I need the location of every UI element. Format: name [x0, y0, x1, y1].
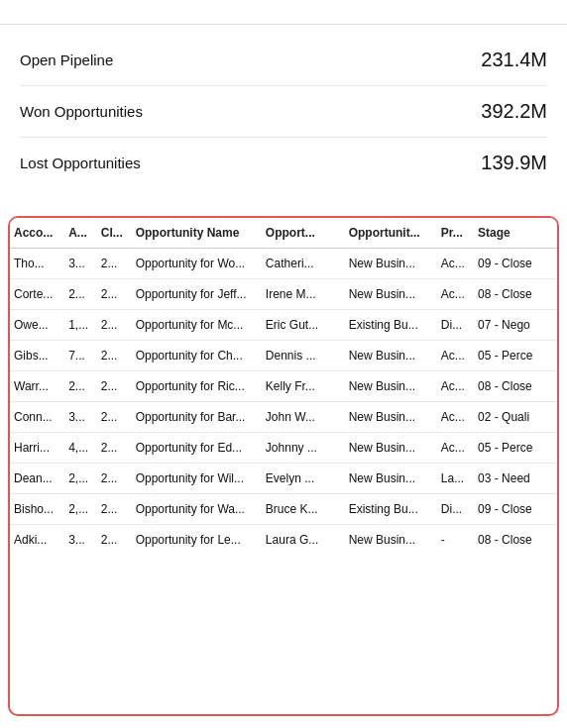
table-row[interactable]: Gibs...7...2...Opportunity for Ch...Denn… — [10, 341, 557, 371]
table-row[interactable]: Warr...2...2...Opportunity for Ric...Kel… — [10, 371, 557, 402]
cell-cl: 2... — [97, 464, 132, 494]
col-header-opport: Opport... — [262, 218, 345, 249]
cell-a: 4,... — [64, 433, 97, 464]
table-row[interactable]: Conn...3...2...Opportunity for Bar...Joh… — [10, 402, 557, 433]
cell-oppname: Opportunity for Mc... — [132, 310, 262, 341]
cell-stage: 08 - Close — [474, 371, 557, 402]
cell-opport: Bruce K... — [262, 494, 345, 525]
app-container: Open Pipeline231.4MWon Opportunities392.… — [0, 0, 567, 728]
cell-opport: John W... — [262, 402, 345, 433]
table-row[interactable]: Adki...3...2...Opportunity for Le...Laur… — [10, 525, 557, 556]
cell-a: 2,... — [64, 464, 97, 494]
cell-cl: 2... — [97, 371, 132, 402]
cell-oppname: Opportunity for Wa... — [132, 494, 262, 525]
col-header-cl: Cl... — [97, 218, 132, 249]
cell-opportun: New Busin... — [345, 341, 437, 371]
cell-oppname: Opportunity for Jeff... — [132, 279, 262, 310]
cell-acco: Dean... — [10, 464, 64, 494]
cell-acco: Adki... — [10, 525, 64, 556]
cell-opport: Laura G... — [262, 525, 345, 556]
col-header-oppname: Opportunity Name — [132, 218, 262, 249]
cell-acco: Warr... — [10, 371, 64, 402]
cell-oppname: Opportunity for Wil... — [132, 464, 262, 494]
cell-pr: Ac... — [437, 279, 474, 310]
cell-pr: Ac... — [437, 371, 474, 402]
metric-value: 231.4M — [481, 49, 547, 71]
cell-acco: Conn... — [10, 402, 64, 433]
cell-opportun: New Busin... — [345, 464, 437, 494]
cell-cl: 2... — [97, 525, 132, 556]
opportunities-table: Acco...A...Cl...Opportunity NameOpport..… — [10, 218, 557, 555]
cell-opport: Johnny ... — [262, 433, 345, 464]
cell-a: 2... — [64, 371, 97, 402]
cell-pr: La... — [437, 464, 474, 494]
cell-a: 3... — [64, 402, 97, 433]
page-title — [0, 0, 567, 25]
cell-pr: Di... — [437, 494, 474, 525]
cell-oppname: Opportunity for Bar... — [132, 402, 262, 433]
table-row[interactable]: Owe...1,...2...Opportunity for Mc...Eric… — [10, 310, 557, 341]
cell-oppname: Opportunity for Ch... — [132, 341, 262, 371]
metric-row: Won Opportunities392.2M — [20, 86, 547, 138]
col-header-pr: Pr... — [437, 218, 474, 249]
table-body: Tho...3...2...Opportunity for Wo...Cathe… — [10, 249, 557, 556]
table-wrapper: Acco...A...Cl...Opportunity NameOpport..… — [8, 216, 559, 716]
cell-opport: Eric Gut... — [262, 310, 345, 341]
cell-opport: Dennis ... — [262, 341, 345, 371]
metric-value: 392.2M — [481, 100, 547, 123]
metric-row: Lost Opportunities139.9M — [20, 138, 547, 188]
cell-acco: Gibs... — [10, 341, 64, 371]
cell-opport: Evelyn ... — [262, 464, 345, 494]
cell-acco: Owe... — [10, 310, 64, 341]
cell-opport: Catheri... — [262, 249, 345, 279]
metric-label: Open Pipeline — [20, 52, 113, 68]
metric-label: Won Opportunities — [20, 103, 143, 120]
cell-opport: Irene M... — [262, 279, 345, 310]
cell-stage: 08 - Close — [474, 279, 557, 310]
cell-opportun: Existing Bu... — [345, 310, 437, 341]
cell-stage: 05 - Perce — [474, 433, 557, 464]
col-header-stage: Stage — [474, 218, 557, 249]
cell-pr: Ac... — [437, 249, 474, 279]
cell-cl: 2... — [97, 249, 132, 279]
cell-cl: 2... — [97, 341, 132, 371]
col-header-a: A... — [64, 218, 97, 249]
cell-acco: Tho... — [10, 249, 64, 279]
table-row[interactable]: Tho...3...2...Opportunity for Wo...Cathe… — [10, 249, 557, 279]
cell-stage: 08 - Close — [474, 525, 557, 556]
cell-pr: Ac... — [437, 402, 474, 433]
cell-opportun: New Busin... — [345, 249, 437, 279]
table-row[interactable]: Harri...4,...2...Opportunity for Ed...Jo… — [10, 433, 557, 464]
cell-a: 1,... — [64, 310, 97, 341]
cell-stage: 09 - Close — [474, 494, 557, 525]
cell-cl: 2... — [97, 310, 132, 341]
cell-stage: 02 - Quali — [474, 402, 557, 433]
cell-oppname: Opportunity for Le... — [132, 525, 262, 556]
cell-pr: Ac... — [437, 433, 474, 464]
cell-stage: 05 - Perce — [474, 341, 557, 371]
metric-label: Lost Opportunities — [20, 155, 141, 171]
cell-a: 7... — [64, 341, 97, 371]
cell-a: 3... — [64, 525, 97, 556]
cell-a: 2,... — [64, 494, 97, 525]
table-header-row: Acco...A...Cl...Opportunity NameOpport..… — [10, 218, 557, 249]
table-row[interactable]: Dean...2,...2...Opportunity for Wil...Ev… — [10, 464, 557, 494]
cell-opportun: New Busin... — [345, 371, 437, 402]
cell-oppname: Opportunity for Ric... — [132, 371, 262, 402]
table-row[interactable]: Bisho...2,...2...Opportunity for Wa...Br… — [10, 494, 557, 525]
table-row[interactable]: Corte...2...2...Opportunity for Jeff...I… — [10, 279, 557, 310]
cell-cl: 2... — [97, 402, 132, 433]
cell-a: 3... — [64, 249, 97, 279]
col-header-acco: Acco... — [10, 218, 64, 249]
cell-opportun: New Busin... — [345, 402, 437, 433]
col-header-opportun: Opportunit... — [345, 218, 437, 249]
cell-a: 2... — [64, 279, 97, 310]
cell-oppname: Opportunity for Wo... — [132, 249, 262, 279]
cell-acco: Harri... — [10, 433, 64, 464]
cell-opport: Kelly Fr... — [262, 371, 345, 402]
cell-acco: Bisho... — [10, 494, 64, 525]
cell-cl: 2... — [97, 433, 132, 464]
metric-row: Open Pipeline231.4M — [20, 35, 547, 86]
cell-oppname: Opportunity for Ed... — [132, 433, 262, 464]
cell-cl: 2... — [97, 279, 132, 310]
